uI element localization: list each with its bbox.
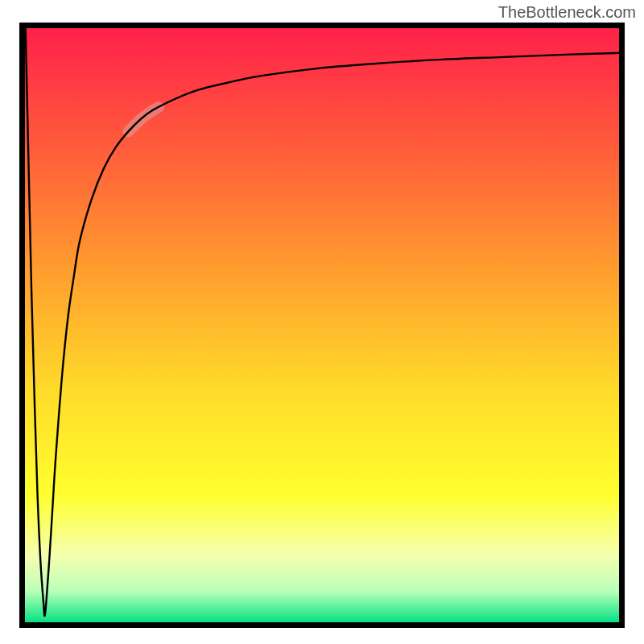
chart-background xyxy=(19,23,625,628)
watermark-text: TheBottleneck.com xyxy=(498,3,636,22)
chart-container xyxy=(19,23,625,628)
bottleneck-chart xyxy=(19,23,625,628)
